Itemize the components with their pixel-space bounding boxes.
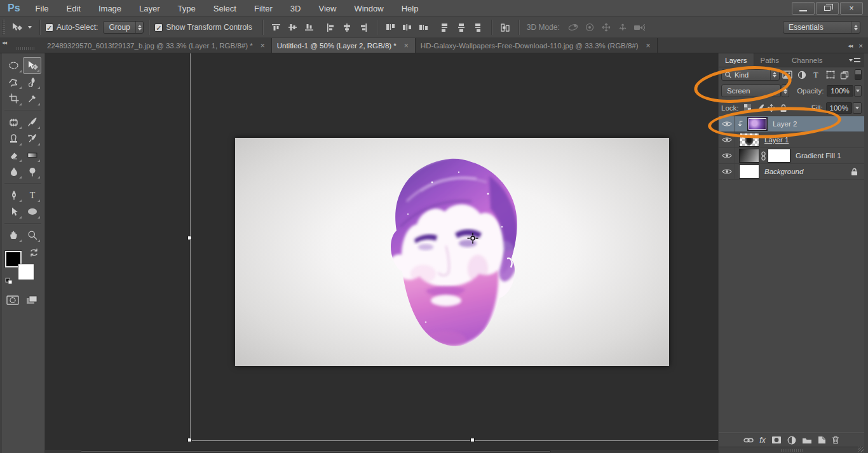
- clone-stamp-tool[interactable]: [4, 130, 23, 147]
- menu-view[interactable]: View: [309, 0, 345, 17]
- workspace-dropdown[interactable]: Essentials: [783, 21, 860, 34]
- visibility-cell[interactable]: [719, 116, 735, 132]
- delete-layer-icon[interactable]: [832, 436, 839, 444]
- tab-paths[interactable]: Paths: [754, 53, 785, 67]
- auto-select-target-dropdown[interactable]: Group: [103, 21, 144, 34]
- align-right-edges-icon[interactable]: [356, 20, 371, 34]
- dock-close-icon[interactable]: ×: [858, 42, 863, 50]
- transform-handle-bottom-middle[interactable]: [470, 438, 475, 442]
- collapse-panels-icon[interactable]: ◂◂: [848, 43, 852, 49]
- 3d-orbit-icon[interactable]: [566, 20, 581, 34]
- new-layer-icon[interactable]: [818, 436, 826, 444]
- close-button[interactable]: ×: [840, 2, 863, 15]
- swap-colors-icon[interactable]: [29, 248, 39, 257]
- healing-brush-tool[interactable]: [4, 114, 23, 130]
- horizontal-scrollbar-thumb[interactable]: [81, 450, 551, 452]
- layer-2-thumbnail[interactable]: [747, 117, 768, 131]
- menu-window[interactable]: Window: [345, 0, 392, 17]
- filter-adjustment-layers-icon[interactable]: [796, 69, 808, 81]
- tool-preset-caret-icon[interactable]: [28, 26, 32, 29]
- canvas-pasteboard[interactable]: [45, 53, 718, 453]
- menu-3d[interactable]: 3D: [281, 0, 310, 17]
- visibility-cell[interactable]: [719, 164, 735, 179]
- document-canvas[interactable]: [235, 138, 669, 366]
- distribute-bottom-edges-icon[interactable]: [416, 20, 431, 34]
- blur-tool[interactable]: [4, 163, 23, 180]
- transform-bounds-left-edge[interactable]: [190, 53, 191, 441]
- minimize-button[interactable]: [792, 2, 815, 15]
- lock-position-icon[interactable]: [766, 102, 778, 114]
- ellipse-shape-tool[interactable]: [23, 203, 41, 220]
- layer-row-layer-2[interactable]: Layer 2: [719, 116, 864, 132]
- options-grip[interactable]: [2, 20, 5, 35]
- show-transform-checkbox[interactable]: ✓: [154, 24, 163, 32]
- link-layers-icon[interactable]: [743, 437, 754, 443]
- tools-dock-grip[interactable]: [17, 47, 36, 50]
- align-horizontal-centers-icon[interactable]: [339, 20, 355, 34]
- crop-tool[interactable]: [4, 90, 23, 107]
- restore-button[interactable]: [816, 2, 839, 15]
- auto-select-checkbox[interactable]: ✓: [45, 24, 53, 32]
- filtering-toggle[interactable]: [855, 69, 862, 80]
- quick-mask-mode-icon[interactable]: [6, 295, 19, 305]
- distribute-top-edges-icon[interactable]: [383, 20, 398, 34]
- menu-select[interactable]: Select: [205, 0, 245, 17]
- tab-layers[interactable]: Layers: [719, 53, 754, 67]
- move-tool-preset-icon[interactable]: [10, 20, 25, 34]
- layer-1-name[interactable]: Layer 1: [764, 136, 789, 144]
- background-color-swatch[interactable]: [18, 264, 34, 280]
- opacity-dropdown-icon[interactable]: [854, 85, 862, 97]
- filter-smart-objects-icon[interactable]: [839, 69, 851, 81]
- panel-resize-grip[interactable]: [719, 447, 864, 453]
- document-tab-3[interactable]: HD-Galaxy-Wallpapers-Free-Download-110.j…: [416, 38, 658, 53]
- path-selection-tool[interactable]: [4, 203, 23, 220]
- filter-kind-dropdown[interactable]: Kind: [721, 69, 780, 81]
- panel-menu-icon[interactable]: [849, 53, 864, 67]
- collapse-tools-icon[interactable]: ◂◂: [2, 39, 6, 46]
- align-bottom-edges-icon[interactable]: [302, 20, 317, 34]
- layer-2-name[interactable]: Layer 2: [773, 120, 797, 128]
- horizontal-scrollbar[interactable]: [45, 450, 718, 453]
- align-top-edges-icon[interactable]: [269, 20, 284, 34]
- transform-handle-left-middle[interactable]: [187, 236, 192, 240]
- blend-mode-dropdown[interactable]: Screen: [721, 85, 781, 97]
- new-group-icon[interactable]: [802, 436, 812, 444]
- layer-row-background[interactable]: Background: [719, 164, 864, 180]
- new-adjustment-layer-icon[interactable]: [787, 436, 796, 445]
- tab-close-icon[interactable]: ×: [645, 41, 652, 50]
- eraser-tool[interactable]: [4, 147, 23, 163]
- gradient-fill-mask-thumbnail[interactable]: [768, 149, 790, 163]
- align-left-edges-icon[interactable]: [323, 20, 338, 34]
- menu-filter[interactable]: Filter: [245, 0, 281, 17]
- layer-1-thumbnail[interactable]: [739, 133, 759, 147]
- 3d-slide-icon[interactable]: [615, 20, 630, 34]
- menu-type[interactable]: Type: [169, 0, 205, 17]
- marquee-tool[interactable]: [4, 57, 23, 74]
- auto-align-layers-icon[interactable]: [498, 20, 513, 34]
- fill-value-field[interactable]: 100%: [826, 102, 852, 114]
- 3d-pan-icon[interactable]: [599, 20, 614, 34]
- corner-resize-grip[interactable]: [858, 447, 864, 452]
- lock-all-icon[interactable]: [778, 102, 790, 114]
- lasso-tool[interactable]: [4, 74, 23, 90]
- menu-layer[interactable]: Layer: [130, 0, 169, 17]
- 3d-camera-icon[interactable]: [632, 20, 647, 34]
- filter-type-layers-icon[interactable]: T: [810, 69, 823, 81]
- menu-help[interactable]: Help: [393, 0, 428, 17]
- align-vertical-centers-icon[interactable]: [285, 20, 301, 34]
- distribute-horizontal-centers-icon[interactable]: [454, 20, 469, 34]
- document-tab-2-active[interactable]: Untitled-1 @ 50% (Layer 2, RGB/8) * ×: [272, 38, 416, 53]
- pen-tool[interactable]: [4, 187, 23, 203]
- transform-bounds-bottom-edge[interactable]: [190, 440, 718, 441]
- tab-channels[interactable]: Channels: [785, 53, 829, 67]
- add-layer-mask-icon[interactable]: [771, 436, 782, 444]
- lock-image-pixels-icon[interactable]: [754, 102, 766, 114]
- gradient-tool[interactable]: [23, 147, 41, 163]
- document-tab-1[interactable]: 22489329570_6013f29137_b.jpg @ 33.3% (La…: [42, 38, 272, 53]
- quick-selection-tool[interactable]: [23, 74, 41, 90]
- move-tool[interactable]: [23, 57, 41, 74]
- gradient-fill-name[interactable]: Gradient Fill 1: [796, 152, 841, 159]
- history-brush-tool[interactable]: [23, 130, 41, 147]
- fill-dropdown-icon[interactable]: [853, 102, 862, 114]
- screen-mode-icon[interactable]: [25, 295, 38, 305]
